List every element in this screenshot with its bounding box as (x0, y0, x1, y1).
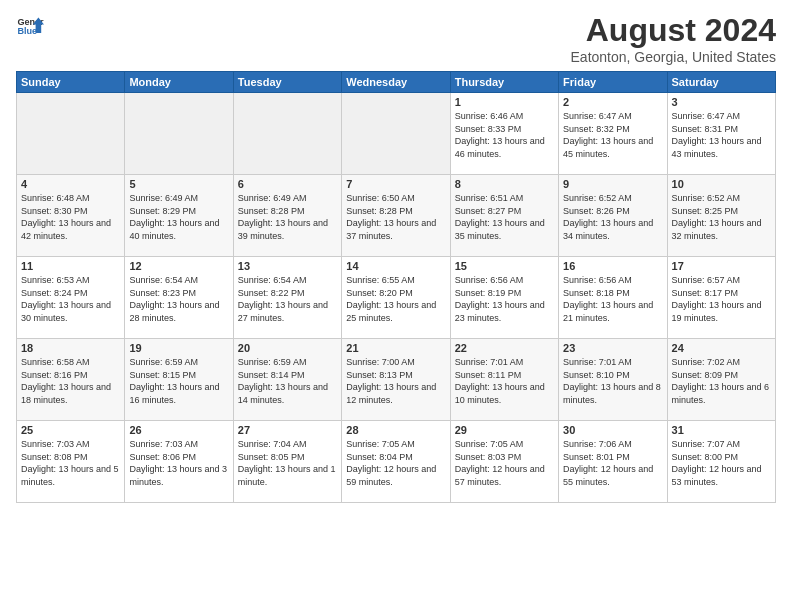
week-row-3: 11 Sunrise: 6:53 AM Sunset: 8:24 PM Dayl… (17, 257, 776, 339)
day-cell-7: 7 Sunrise: 6:50 AM Sunset: 8:28 PM Dayli… (342, 175, 450, 257)
day-number: 27 (238, 424, 337, 436)
day-info: Sunrise: 6:54 AM Sunset: 8:23 PM Dayligh… (129, 274, 228, 324)
day-cell-13: 13 Sunrise: 6:54 AM Sunset: 8:22 PM Dayl… (233, 257, 341, 339)
day-info: Sunrise: 6:56 AM Sunset: 8:18 PM Dayligh… (563, 274, 662, 324)
day-cell-2: 2 Sunrise: 6:47 AM Sunset: 8:32 PM Dayli… (559, 93, 667, 175)
day-number: 6 (238, 178, 337, 190)
day-info: Sunrise: 6:57 AM Sunset: 8:17 PM Dayligh… (672, 274, 771, 324)
day-cell-4: 4 Sunrise: 6:48 AM Sunset: 8:30 PM Dayli… (17, 175, 125, 257)
weekday-header-wednesday: Wednesday (342, 72, 450, 93)
day-info: Sunrise: 7:03 AM Sunset: 8:06 PM Dayligh… (129, 438, 228, 488)
day-number: 2 (563, 96, 662, 108)
logo-icon: General Blue (16, 12, 44, 40)
day-info: Sunrise: 6:58 AM Sunset: 8:16 PM Dayligh… (21, 356, 120, 406)
day-cell-1: 1 Sunrise: 6:46 AM Sunset: 8:33 PM Dayli… (450, 93, 558, 175)
day-number: 11 (21, 260, 120, 272)
day-number: 19 (129, 342, 228, 354)
weekday-header-saturday: Saturday (667, 72, 775, 93)
day-cell-empty-0 (17, 93, 125, 175)
day-info: Sunrise: 7:04 AM Sunset: 8:05 PM Dayligh… (238, 438, 337, 488)
day-cell-11: 11 Sunrise: 6:53 AM Sunset: 8:24 PM Dayl… (17, 257, 125, 339)
day-info: Sunrise: 7:01 AM Sunset: 8:10 PM Dayligh… (563, 356, 662, 406)
day-number: 30 (563, 424, 662, 436)
logo: General Blue (16, 12, 44, 40)
day-cell-15: 15 Sunrise: 6:56 AM Sunset: 8:19 PM Dayl… (450, 257, 558, 339)
weekday-header-thursday: Thursday (450, 72, 558, 93)
day-info: Sunrise: 7:02 AM Sunset: 8:09 PM Dayligh… (672, 356, 771, 406)
day-cell-14: 14 Sunrise: 6:55 AM Sunset: 8:20 PM Dayl… (342, 257, 450, 339)
day-info: Sunrise: 6:47 AM Sunset: 8:32 PM Dayligh… (563, 110, 662, 160)
day-cell-22: 22 Sunrise: 7:01 AM Sunset: 8:11 PM Dayl… (450, 339, 558, 421)
day-cell-10: 10 Sunrise: 6:52 AM Sunset: 8:25 PM Dayl… (667, 175, 775, 257)
day-info: Sunrise: 7:05 AM Sunset: 8:04 PM Dayligh… (346, 438, 445, 488)
day-cell-empty-3 (342, 93, 450, 175)
day-info: Sunrise: 6:53 AM Sunset: 8:24 PM Dayligh… (21, 274, 120, 324)
week-row-4: 18 Sunrise: 6:58 AM Sunset: 8:16 PM Dayl… (17, 339, 776, 421)
weekday-header-monday: Monday (125, 72, 233, 93)
weekday-header-row: SundayMondayTuesdayWednesdayThursdayFrid… (17, 72, 776, 93)
day-number: 31 (672, 424, 771, 436)
day-number: 13 (238, 260, 337, 272)
day-number: 24 (672, 342, 771, 354)
day-info: Sunrise: 6:59 AM Sunset: 8:14 PM Dayligh… (238, 356, 337, 406)
day-number: 14 (346, 260, 445, 272)
day-info: Sunrise: 6:55 AM Sunset: 8:20 PM Dayligh… (346, 274, 445, 324)
day-number: 22 (455, 342, 554, 354)
day-number: 9 (563, 178, 662, 190)
svg-text:Blue: Blue (17, 26, 37, 36)
day-info: Sunrise: 6:49 AM Sunset: 8:28 PM Dayligh… (238, 192, 337, 242)
day-number: 28 (346, 424, 445, 436)
day-info: Sunrise: 7:03 AM Sunset: 8:08 PM Dayligh… (21, 438, 120, 488)
day-cell-5: 5 Sunrise: 6:49 AM Sunset: 8:29 PM Dayli… (125, 175, 233, 257)
day-cell-3: 3 Sunrise: 6:47 AM Sunset: 8:31 PM Dayli… (667, 93, 775, 175)
day-cell-29: 29 Sunrise: 7:05 AM Sunset: 8:03 PM Dayl… (450, 421, 558, 503)
calendar-body: 1 Sunrise: 6:46 AM Sunset: 8:33 PM Dayli… (17, 93, 776, 503)
day-cell-empty-1 (125, 93, 233, 175)
day-info: Sunrise: 7:07 AM Sunset: 8:00 PM Dayligh… (672, 438, 771, 488)
day-number: 21 (346, 342, 445, 354)
day-number: 26 (129, 424, 228, 436)
day-info: Sunrise: 7:00 AM Sunset: 8:13 PM Dayligh… (346, 356, 445, 406)
day-cell-31: 31 Sunrise: 7:07 AM Sunset: 8:00 PM Dayl… (667, 421, 775, 503)
location: Eatonton, Georgia, United States (571, 49, 776, 65)
calendar-table: SundayMondayTuesdayWednesdayThursdayFrid… (16, 71, 776, 503)
day-number: 10 (672, 178, 771, 190)
day-info: Sunrise: 6:48 AM Sunset: 8:30 PM Dayligh… (21, 192, 120, 242)
weekday-header-friday: Friday (559, 72, 667, 93)
day-cell-18: 18 Sunrise: 6:58 AM Sunset: 8:16 PM Dayl… (17, 339, 125, 421)
weekday-header-sunday: Sunday (17, 72, 125, 93)
day-info: Sunrise: 6:47 AM Sunset: 8:31 PM Dayligh… (672, 110, 771, 160)
day-cell-30: 30 Sunrise: 7:06 AM Sunset: 8:01 PM Dayl… (559, 421, 667, 503)
day-info: Sunrise: 6:49 AM Sunset: 8:29 PM Dayligh… (129, 192, 228, 242)
day-info: Sunrise: 6:50 AM Sunset: 8:28 PM Dayligh… (346, 192, 445, 242)
day-number: 20 (238, 342, 337, 354)
day-number: 15 (455, 260, 554, 272)
day-info: Sunrise: 6:59 AM Sunset: 8:15 PM Dayligh… (129, 356, 228, 406)
day-number: 3 (672, 96, 771, 108)
week-row-1: 1 Sunrise: 6:46 AM Sunset: 8:33 PM Dayli… (17, 93, 776, 175)
week-row-5: 25 Sunrise: 7:03 AM Sunset: 8:08 PM Dayl… (17, 421, 776, 503)
day-number: 12 (129, 260, 228, 272)
day-cell-12: 12 Sunrise: 6:54 AM Sunset: 8:23 PM Dayl… (125, 257, 233, 339)
day-cell-19: 19 Sunrise: 6:59 AM Sunset: 8:15 PM Dayl… (125, 339, 233, 421)
page-header: General Blue August 2024 Eatonton, Georg… (16, 12, 776, 65)
day-cell-6: 6 Sunrise: 6:49 AM Sunset: 8:28 PM Dayli… (233, 175, 341, 257)
day-cell-28: 28 Sunrise: 7:05 AM Sunset: 8:04 PM Dayl… (342, 421, 450, 503)
weekday-header-tuesday: Tuesday (233, 72, 341, 93)
day-number: 18 (21, 342, 120, 354)
day-number: 5 (129, 178, 228, 190)
day-number: 29 (455, 424, 554, 436)
day-number: 25 (21, 424, 120, 436)
day-cell-20: 20 Sunrise: 6:59 AM Sunset: 8:14 PM Dayl… (233, 339, 341, 421)
day-info: Sunrise: 6:46 AM Sunset: 8:33 PM Dayligh… (455, 110, 554, 160)
day-cell-26: 26 Sunrise: 7:03 AM Sunset: 8:06 PM Dayl… (125, 421, 233, 503)
month-year: August 2024 (571, 12, 776, 49)
day-number: 17 (672, 260, 771, 272)
day-number: 7 (346, 178, 445, 190)
week-row-2: 4 Sunrise: 6:48 AM Sunset: 8:30 PM Dayli… (17, 175, 776, 257)
day-cell-9: 9 Sunrise: 6:52 AM Sunset: 8:26 PM Dayli… (559, 175, 667, 257)
day-number: 23 (563, 342, 662, 354)
day-cell-27: 27 Sunrise: 7:04 AM Sunset: 8:05 PM Dayl… (233, 421, 341, 503)
day-cell-empty-2 (233, 93, 341, 175)
day-number: 16 (563, 260, 662, 272)
